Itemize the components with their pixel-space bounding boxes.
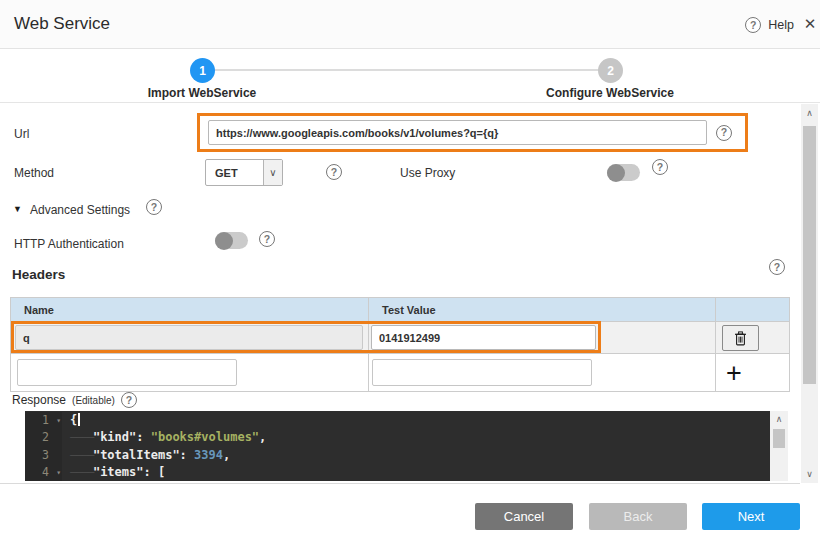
next-button[interactable]: Next <box>702 503 800 530</box>
help-area: ? Help <box>745 17 794 33</box>
stepper-connector <box>203 69 610 71</box>
use-proxy-label: Use Proxy <box>400 166 455 180</box>
dialog-header: Web Service ? Help ✕ <box>0 0 820 49</box>
step-1-label: Import WebService <box>112 86 292 100</box>
response-help-icon[interactable]: ? <box>121 392 137 408</box>
headers-title: Headers <box>12 267 65 282</box>
response-label: Response <box>12 393 66 407</box>
url-highlight-box: ? <box>197 113 748 152</box>
column-header-actions <box>716 298 789 321</box>
line-number: 2 <box>25 429 62 446</box>
fold-caret-icon[interactable]: ▾ <box>56 465 61 480</box>
use-proxy-toggle-knob <box>607 164 625 182</box>
step-2-circle[interactable]: 2 <box>598 58 623 83</box>
line-number: 3 <box>25 447 62 464</box>
editor-scrollbar[interactable]: ∧ <box>770 411 788 481</box>
use-proxy-toggle[interactable] <box>607 164 640 181</box>
response-code-editor[interactable]: 1▾{2————"kind": "books#volumes",3————"to… <box>25 411 788 481</box>
content-divider <box>0 483 800 484</box>
code-line: 2————"kind": "books#volumes", <box>25 429 770 446</box>
line-number: 1▾ <box>25 412 62 429</box>
main-scrollbar[interactable]: ∧ ∨ <box>801 104 818 483</box>
code-editor-lines: 1▾{2————"kind": "books#volumes",3————"to… <box>25 412 770 481</box>
table-header-row: Name Test Value <box>11 298 789 322</box>
line-number: 4▾ <box>25 464 62 481</box>
header-row-highlight-box <box>11 321 601 353</box>
url-label: Url <box>14 127 29 141</box>
help-icon[interactable]: ? <box>745 17 761 33</box>
advanced-settings-label[interactable]: Advanced Settings <box>30 203 130 217</box>
url-help-icon[interactable]: ? <box>716 125 732 141</box>
fold-caret-icon[interactable]: ▾ <box>56 413 61 428</box>
use-proxy-help-icon[interactable]: ? <box>652 159 668 175</box>
back-button[interactable]: Back <box>589 503 687 530</box>
code-line-text: ————"items": [ <box>62 464 165 481</box>
help-link[interactable]: Help <box>768 18 794 32</box>
wizard-stepper: 1 2 Import WebService Configure WebServi… <box>0 49 820 103</box>
advanced-settings-help-icon[interactable]: ? <box>146 199 162 215</box>
chevron-down-icon[interactable]: ∨ <box>263 160 282 185</box>
http-auth-label: HTTP Authentication <box>14 237 124 251</box>
scroll-down-icon[interactable]: ∨ <box>801 467 818 481</box>
headers-help-icon[interactable]: ? <box>769 259 785 275</box>
url-input[interactable] <box>208 120 707 145</box>
code-line: 4▾————"items": [ <box>25 464 770 481</box>
method-select-value: GET <box>206 160 263 185</box>
method-select[interactable]: GET ∨ <box>205 159 283 186</box>
http-auth-toggle[interactable] <box>215 232 248 249</box>
http-auth-toggle-knob <box>215 232 233 250</box>
add-row-button[interactable]: + <box>720 356 748 390</box>
close-icon[interactable]: ✕ <box>800 15 820 33</box>
new-header-test-value-input[interactable] <box>372 359 592 386</box>
code-line-text: ————"totalItems": 3394, <box>62 447 230 464</box>
main-scrollbar-thumb[interactable] <box>803 126 816 384</box>
code-line: 1▾{ <box>25 412 770 429</box>
column-header-name: Name <box>11 298 369 321</box>
code-line-text: { <box>62 412 80 429</box>
step-1-circle[interactable]: 1 <box>190 58 215 83</box>
dialog-title: Web Service <box>14 14 110 34</box>
response-editable-label: (Editable) <box>72 395 115 406</box>
code-line: 3————"totalItems": 3394, <box>25 447 770 464</box>
method-label: Method <box>14 166 54 180</box>
step-2-label: Configure WebService <box>520 86 700 100</box>
code-line-text: ————"kind": "books#volumes", <box>62 429 266 446</box>
delete-row-button[interactable] <box>722 325 759 351</box>
editor-scroll-up-icon[interactable]: ∧ <box>770 412 788 426</box>
new-header-name-input[interactable] <box>17 359 237 386</box>
collapse-triangle-icon[interactable]: ▼ <box>13 204 22 214</box>
editor-scrollbar-thumb[interactable] <box>773 429 785 448</box>
scroll-up-icon[interactable]: ∧ <box>801 106 818 120</box>
method-help-icon[interactable]: ? <box>326 164 342 180</box>
cancel-button[interactable]: Cancel <box>475 503 573 530</box>
http-auth-help-icon[interactable]: ? <box>259 231 275 247</box>
column-header-test-value: Test Value <box>369 298 716 321</box>
response-label-row: Response (Editable) ? <box>12 392 137 408</box>
trash-icon <box>734 331 747 346</box>
text-cursor <box>78 413 80 426</box>
